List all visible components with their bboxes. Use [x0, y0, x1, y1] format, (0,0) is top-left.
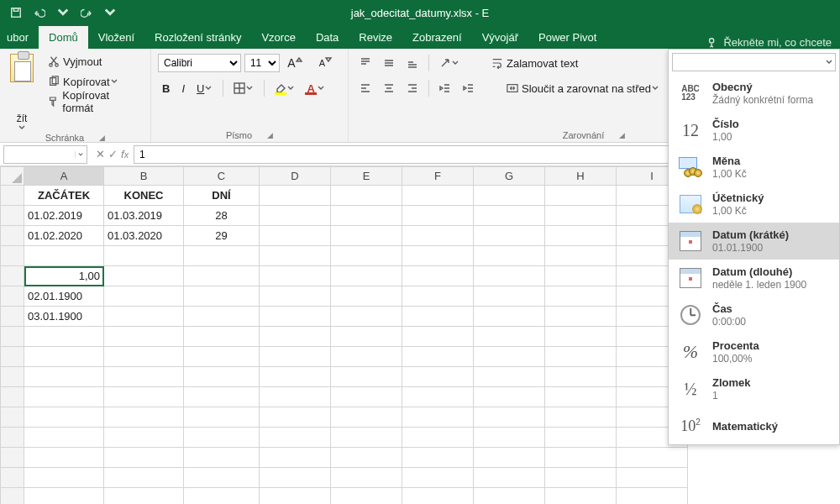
cell[interactable] [104, 448, 184, 468]
cell[interactable] [474, 226, 545, 246]
cell[interactable] [104, 246, 184, 266]
cell[interactable] [331, 407, 402, 428]
row-header[interactable] [1, 206, 24, 226]
cell[interactable] [260, 327, 331, 347]
align-middle-button[interactable] [379, 54, 399, 72]
cell[interactable] [545, 347, 617, 367]
cell[interactable] [24, 246, 104, 266]
cell[interactable] [402, 387, 474, 407]
row-header[interactable] [1, 347, 24, 367]
cell[interactable] [260, 387, 331, 407]
cell[interactable] [545, 407, 617, 428]
cell[interactable] [545, 488, 617, 505]
cell[interactable] [474, 307, 545, 327]
cell[interactable] [184, 347, 260, 367]
row-header[interactable] [1, 468, 24, 488]
cell[interactable] [474, 488, 545, 505]
cell[interactable] [24, 448, 104, 468]
tab-review[interactable]: Revize [349, 26, 402, 49]
numfmt-item[interactable]: Datum (dlouhé)neděle 1. leden 1900 [669, 260, 839, 297]
cell[interactable] [24, 488, 104, 505]
cell[interactable] [545, 468, 617, 488]
cell[interactable] [184, 307, 260, 327]
col-header-H[interactable]: H [545, 167, 617, 186]
align-right-button[interactable] [402, 79, 423, 97]
cell[interactable]: ZAČÁTEK [24, 186, 104, 206]
copy-drop-icon[interactable] [110, 78, 118, 85]
align-bottom-button[interactable] [402, 54, 423, 72]
cut-button[interactable]: Vyjmout [44, 52, 144, 71]
align-left-button[interactable] [355, 79, 375, 97]
row-header[interactable] [1, 286, 24, 307]
numfmt-item[interactable]: Měna1,00 Kč [669, 149, 839, 186]
cell[interactable] [260, 206, 331, 226]
font-launcher-icon[interactable]: ◢ [267, 131, 273, 139]
cell[interactable] [402, 448, 474, 468]
enter-formula-icon[interactable]: ✓ [108, 148, 118, 160]
cell[interactable] [402, 468, 474, 488]
cell[interactable] [545, 266, 617, 286]
cell[interactable] [474, 347, 545, 367]
cell[interactable] [474, 266, 545, 286]
cell[interactable] [24, 428, 104, 448]
row-header[interactable] [1, 327, 24, 347]
col-header-E[interactable]: E [331, 167, 402, 186]
numfmt-item[interactable]: Účetnický1,00 Kč [669, 186, 839, 223]
tab-home[interactable]: Domů [39, 26, 88, 49]
cell[interactable] [402, 266, 474, 286]
redo-icon[interactable] [76, 3, 97, 23]
cell[interactable] [331, 468, 402, 488]
numfmt-item[interactable]: Datum (krátké)01.01.1900 [669, 223, 839, 260]
cell[interactable] [331, 448, 402, 468]
cell[interactable] [24, 407, 104, 428]
cell[interactable] [474, 327, 545, 347]
cell[interactable] [545, 307, 617, 327]
row-header[interactable] [1, 307, 24, 327]
cell[interactable] [260, 367, 331, 387]
font-name-select[interactable]: Calibri [158, 54, 241, 72]
cell[interactable] [260, 468, 331, 488]
cell[interactable] [402, 226, 474, 246]
cell[interactable] [260, 488, 331, 505]
cell[interactable] [184, 468, 260, 488]
cell[interactable] [260, 186, 331, 206]
cell[interactable] [331, 347, 402, 367]
tab-developer[interactable]: Vývojář [472, 26, 528, 49]
tab-formulas[interactable]: Vzorce [251, 26, 305, 49]
tab-data[interactable]: Data [306, 26, 349, 49]
cell[interactable] [184, 387, 260, 407]
numfmt-item[interactable]: ½Zlomek1 [669, 370, 839, 407]
cell[interactable]: 03.01.1900 [24, 307, 104, 327]
cell[interactable] [331, 307, 402, 327]
col-header-B[interactable]: B [104, 167, 184, 186]
cell[interactable] [545, 226, 617, 246]
cell[interactable] [474, 246, 545, 266]
cell[interactable] [402, 428, 474, 448]
cell[interactable] [24, 387, 104, 407]
align-center-button[interactable] [379, 79, 399, 97]
cell[interactable] [617, 448, 688, 468]
cell[interactable] [331, 488, 402, 505]
tab-powerpivot[interactable]: Power Pivot [528, 26, 606, 49]
namebox-drop-icon[interactable] [75, 151, 83, 158]
cancel-formula-icon[interactable]: ✕ [96, 148, 105, 160]
copy-button[interactable]: Kopírovat [44, 72, 144, 91]
cell[interactable] [402, 186, 474, 206]
row-header[interactable] [1, 246, 24, 266]
row-header[interactable] [1, 226, 24, 246]
col-header-C[interactable]: C [184, 167, 260, 186]
cell[interactable]: 01.02.2020 [24, 226, 104, 246]
decrease-indent-button[interactable] [435, 79, 455, 97]
cell[interactable] [331, 186, 402, 206]
cell[interactable]: DNÍ [184, 186, 260, 206]
cell[interactable] [331, 327, 402, 347]
cell[interactable] [474, 448, 545, 468]
cell[interactable] [545, 186, 617, 206]
col-header-D[interactable]: D [260, 167, 331, 186]
row-header[interactable] [1, 428, 24, 448]
col-header-A[interactable]: A [24, 167, 104, 186]
cell[interactable] [104, 468, 184, 488]
cell[interactable] [184, 428, 260, 448]
cell[interactable] [402, 307, 474, 327]
undo-icon[interactable] [29, 3, 50, 23]
